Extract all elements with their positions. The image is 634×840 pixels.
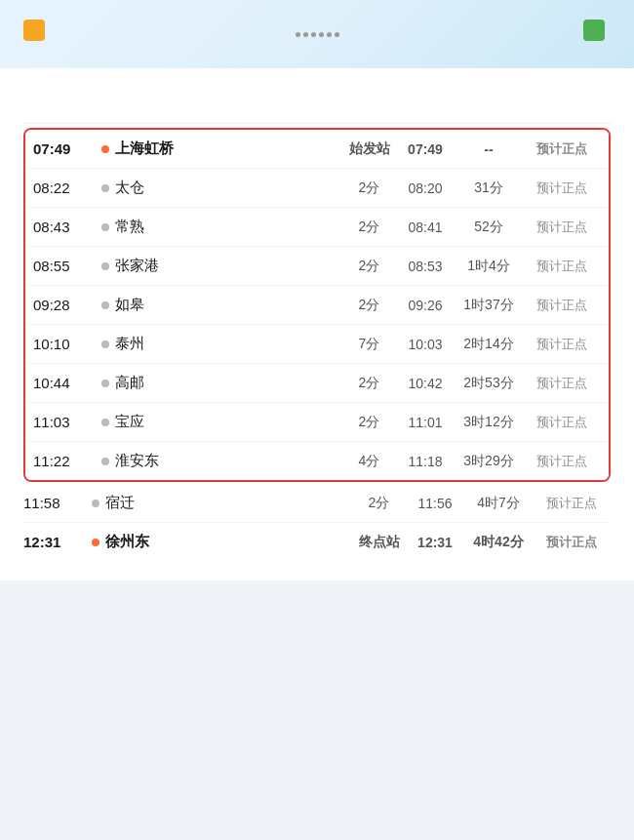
- depart-time: 08:43: [33, 219, 101, 235]
- table-row: 12:31 徐州东 终点站 12:31 4时42分 预计正点: [23, 523, 611, 561]
- table-row: 11:03 宝应 2分 11:01 3时12分 预计正点: [25, 403, 609, 442]
- stop-dot: [92, 500, 99, 507]
- status-text: 预计正点: [523, 297, 601, 314]
- main-content: 07:49 上海虹桥 始发站 07:49 -- 预计正点 08:22 太仓 2分…: [0, 68, 634, 580]
- route-header: [23, 20, 611, 45]
- station-col: 宿迁: [92, 494, 352, 512]
- arrive-col: 10:03: [396, 337, 455, 352]
- stop-col: 7分: [342, 336, 396, 353]
- status-text: 预计正点: [523, 336, 601, 353]
- origin-name: [23, 20, 51, 41]
- arrive-col: 08:53: [396, 259, 455, 274]
- stop-dot: [101, 380, 109, 387]
- stop-dot: [101, 145, 109, 153]
- stop-col: 2分: [342, 297, 396, 314]
- table-row: 07:49 上海虹桥 始发站 07:49 -- 预计正点: [25, 130, 609, 169]
- station-col: 徐州东: [92, 533, 352, 551]
- depart-time: 10:10: [33, 336, 101, 352]
- station-col: 如皋: [101, 296, 342, 314]
- station-label: 淮安东: [115, 452, 159, 470]
- station-label: 宿迁: [105, 494, 135, 512]
- stop-col: 4分: [342, 453, 396, 470]
- station-label: 如皋: [115, 296, 144, 314]
- status-text: 预计正点: [523, 258, 601, 275]
- table-row: 11:22 淮安东 4分 11:18 3时29分 预计正点: [25, 442, 609, 480]
- depart-time: 12:31: [23, 534, 92, 550]
- top-card: [0, 0, 634, 68]
- stop-dot: [101, 223, 109, 231]
- status-text: 预计正点: [523, 180, 601, 197]
- station-col: 上海虹桥: [101, 140, 342, 158]
- destination-name: [583, 20, 611, 41]
- stop-col: 2分: [352, 495, 406, 512]
- stop-col: 2分: [342, 375, 396, 392]
- table-row: 08:55 张家港 2分 08:53 1时4分 预计正点: [25, 247, 609, 286]
- depart-time: 11:03: [33, 414, 101, 430]
- stop-col: 2分: [342, 258, 396, 275]
- destination-badge: [583, 20, 605, 41]
- duration-col: 2时53分: [455, 375, 523, 392]
- duration-col: 52分: [455, 219, 523, 236]
- duration-col: 3时12分: [455, 414, 523, 431]
- stop-dot: [101, 301, 109, 309]
- depart-time: 08:55: [33, 258, 101, 274]
- station-label: 高邮: [115, 374, 144, 392]
- station-label: 徐州东: [105, 533, 149, 551]
- table-row: 09:28 如皋 2分 09:26 1时37分 预计正点: [25, 286, 609, 325]
- stop-col: 2分: [342, 180, 396, 197]
- table-row: 08:43 常熟 2分 08:41 52分 预计正点: [25, 208, 609, 247]
- duration-col: 1时37分: [455, 297, 523, 314]
- duration-col: 31分: [455, 180, 523, 197]
- route-middle: [51, 24, 583, 41]
- station-label: 上海虹桥: [115, 140, 174, 158]
- duration-col: 1时4分: [455, 258, 523, 275]
- station-col: 常熟: [101, 218, 342, 236]
- table-row: 11:58 宿迁 2分 11:56 4时7分 预计正点: [23, 484, 611, 523]
- depart-time: 08:22: [33, 180, 101, 196]
- table-row: 10:44 高邮 2分 10:42 2时53分 预计正点: [25, 364, 609, 403]
- status-text: 预计正点: [523, 219, 601, 236]
- duration-col: --: [455, 141, 523, 157]
- arrive-col: 11:56: [406, 496, 464, 511]
- stop-dot: [101, 184, 109, 192]
- stop-col: 2分: [342, 414, 396, 431]
- arrive-col: 07:49: [396, 141, 455, 157]
- station-col: 淮安东: [101, 452, 342, 470]
- dot-6: [335, 32, 339, 37]
- arrive-col: 11:01: [396, 415, 455, 430]
- station-label: 太仓: [115, 179, 144, 197]
- table-header: [23, 107, 611, 124]
- status-text: 预计正点: [523, 414, 601, 431]
- arrive-col: 08:20: [396, 180, 455, 196]
- dot-1: [296, 32, 300, 37]
- origin-badge: [23, 20, 45, 41]
- station-col: 泰州: [101, 335, 342, 353]
- route-dots: [296, 32, 339, 37]
- arrive-col: 08:41: [396, 220, 455, 235]
- arrive-col: 09:26: [396, 298, 455, 313]
- stop-dot: [92, 539, 99, 546]
- status-text: 预计正点: [533, 534, 611, 551]
- station-label: 泰州: [115, 335, 144, 353]
- destination-station: [583, 20, 611, 45]
- status-text: 预计正点: [523, 140, 601, 158]
- status-text: 预计正点: [533, 495, 611, 512]
- depart-time: 11:58: [23, 495, 92, 511]
- duration-col: 3时29分: [455, 453, 523, 470]
- stop-col: 终点站: [352, 534, 406, 551]
- stop-col: 始发站: [342, 140, 396, 158]
- station-label: 张家港: [115, 257, 159, 275]
- dot-2: [303, 32, 308, 37]
- dot-4: [319, 32, 324, 37]
- duration-col: 2时14分: [455, 336, 523, 353]
- origin-station: [23, 20, 51, 45]
- duration-col: 4时7分: [464, 495, 533, 512]
- station-label: 常熟: [115, 218, 144, 236]
- depart-time: 11:22: [33, 453, 101, 469]
- depart-time: 10:44: [33, 375, 101, 391]
- dot-3: [311, 32, 316, 37]
- stop-col: 2分: [342, 219, 396, 236]
- stop-dot: [101, 262, 109, 270]
- arrive-col: 11:18: [396, 454, 455, 469]
- station-col: 高邮: [101, 374, 342, 392]
